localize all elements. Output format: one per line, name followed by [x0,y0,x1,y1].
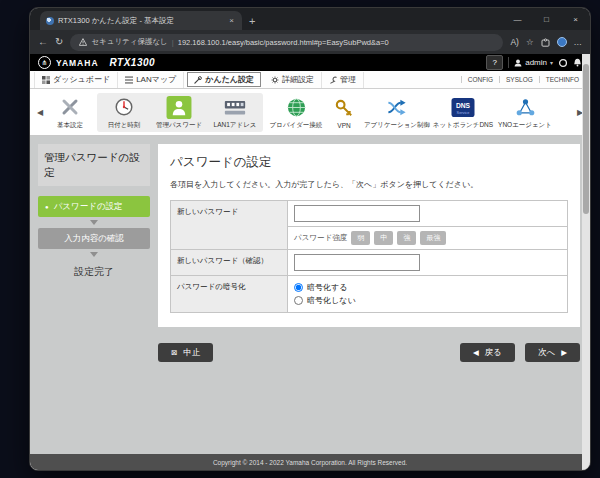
tab-close-icon[interactable]: × [227,16,236,25]
link-config[interactable]: CONFIG [461,76,499,83]
step-confirm: 入力内容の確認 [38,228,150,249]
help-button[interactable]: ? [486,55,503,70]
strength-badge-strong: 強 [397,231,416,245]
close-button[interactable]: × [561,8,590,30]
link-techinfo[interactable]: TECHINFO [539,76,586,83]
maximize-button[interactable]: □ [532,8,561,30]
link-syslog[interactable]: SYSLOG [499,76,539,83]
profile-avatar[interactable] [557,37,567,47]
nav-item-basic[interactable]: 基本設定 [46,95,94,130]
keys-icon [333,96,356,121]
encrypt-on-radio[interactable] [294,283,303,292]
clock-gauge-icon [113,95,135,120]
user-name: admin [525,58,547,67]
strength-badge-medium: 中 [374,231,393,245]
user-menu[interactable]: admin ▾ [514,58,553,67]
nav-item-datetime[interactable]: 日付と時刻 [98,95,150,130]
address-divider: | [172,38,174,47]
browser-tab[interactable]: RTX1300 かんたん設定 - 基本設定 × [40,11,242,30]
easy-setup-tools-icon [194,76,202,84]
step-bullet-icon: ● [45,204,49,210]
cancel-button[interactable]: ⊠ 中止 [158,343,213,362]
encrypt-off-label: 暗号化しない [307,295,356,306]
nav-item-vpn[interactable]: VPN [326,96,362,129]
tab-advanced[interactable]: 詳細設定 [264,72,322,88]
new-tab-button[interactable]: + [249,15,255,27]
tab-title: RTX1300 かんたん設定 - 基本設定 [58,16,223,26]
page-scrollbar[interactable] [582,54,590,470]
panel-description: 各項目を入力してください。入力が完了したら、「次へ」ボタンを押してください。 [170,179,568,190]
header-divider [508,57,509,68]
encrypt-on-label: 暗号化する [307,282,347,293]
tab-lanmap-label: LANマップ [136,74,176,85]
nav-item-basic-label: 基本設定 [57,121,83,130]
new-password-label: 新しいパスワード [171,201,288,250]
page-footer: Copyright © 2014 - 2022 Yamaha Corporati… [30,454,590,470]
gear-icon [271,76,279,84]
nav-item-appcontrol[interactable]: アプリケーション制御 [362,95,432,130]
browser-toolbar: ← ↻ セキュリティ保護なし | 192.168.100.1/easy/basi… [30,30,590,54]
nav-item-admin-password[interactable]: 管理パスワード [150,95,208,130]
wizard-steps: ● パスワードの設定 入力内容の確認 設定完了 [38,196,150,282]
back-icon[interactable]: ← [38,37,48,47]
encrypt-off-option[interactable]: 暗号化しない [294,295,561,306]
confirm-password-label: 新しいパスワード（確認） [171,250,288,276]
crossing-arrows-icon [385,95,409,120]
security-warning-icon [79,38,87,46]
icon-nav-items: 基本設定 日付と時刻 [46,93,574,132]
network-nodes-icon [514,95,537,120]
icon-nav: ◀ 基本設定 [30,89,590,136]
browser-window: RTX1300 かんたん設定 - 基本設定 × + — □ × ← ↻ セキュリ… [30,8,590,470]
nav-item-yno-label: YNOエージェント [498,121,552,130]
nav-item-lan1-label: LAN1アドレス [214,121,257,130]
nav-item-yno[interactable]: YNOエージェント [494,95,556,130]
button-row: ⊠ 中止 ◀ 戻る 次へ ▶ [158,343,580,362]
step-complete-label: 設定完了 [74,265,114,279]
next-button-label: 次へ [538,347,555,359]
desktop: { "browser": { "tab": { "title": "RTX130… [0,0,600,478]
cancel-button-label: 中止 [183,347,200,359]
encrypt-off-radio[interactable] [294,296,303,305]
step-complete: 設定完了 [38,261,150,282]
nav-item-appcontrol-label: アプリケーション制御 [364,121,430,130]
read-aloud-icon[interactable]: A) [510,38,519,47]
yamaha-logo-icon: ⋔ [38,56,51,69]
tab-easy-setup[interactable]: かんたん設定 [187,72,261,87]
nav-item-dns[interactable]: DNS Service ネットボランチDNS [432,95,494,130]
switch-ports-icon [223,95,247,120]
scrollbar-thumb[interactable] [583,64,589,214]
nav-left-arrow[interactable]: ◀ [34,108,46,117]
admin-password-icon [166,95,192,120]
confirm-password-input[interactable] [294,254,420,271]
new-password-input[interactable] [294,205,420,222]
caret-down-icon: ▾ [550,59,553,66]
url-text: 192.168.100.1/easy/basic/password.html#p… [178,38,389,47]
svg-text:DNS: DNS [456,101,471,108]
password-form-table: 新しいパスワード パスワード強度 弱 中 強 [170,200,568,313]
tab-advanced-label: 詳細設定 [282,74,314,85]
nav-item-provider[interactable]: プロバイダー接続 [266,95,326,130]
bell-icon[interactable] [573,58,582,67]
logout-icon[interactable] [558,58,568,68]
model-text: RTX1300 [110,57,156,68]
tab-dashboard[interactable]: ダッシュボード [34,72,118,88]
nav-item-vpn-label: VPN [337,122,350,129]
minimize-button[interactable]: — [503,8,532,30]
next-button[interactable]: 次へ ▶ [525,343,580,362]
more-menu-icon[interactable]: … [574,38,583,47]
panel-title: パスワードの設定 [170,154,568,171]
favorite-star-icon[interactable]: ☆ [526,38,534,47]
tab-lanmap[interactable]: LANマップ [118,72,184,88]
refresh-icon[interactable]: ↻ [55,37,63,47]
back-arrow-icon: ◀ [473,349,479,357]
back-nav-button[interactable]: ◀ 戻る [460,343,515,362]
browser-titlebar: RTX1300 かんたん設定 - 基本設定 × + — □ × [30,8,590,30]
extensions-puzzle-icon[interactable] [541,38,550,47]
nav-item-lan1[interactable]: LAN1アドレス [208,95,262,130]
content-area: 管理パスワードの設定 ● パスワードの設定 入力内容の確認 設定完了 [30,136,590,454]
tab-management[interactable]: 管理 [322,72,364,88]
user-icon [514,59,522,67]
encrypt-on-option[interactable]: 暗号化する [294,282,561,293]
tab-dashboard-label: ダッシュボード [53,74,110,85]
address-bar[interactable]: セキュリティ保護なし | 192.168.100.1/easy/basic/pa… [70,34,503,51]
